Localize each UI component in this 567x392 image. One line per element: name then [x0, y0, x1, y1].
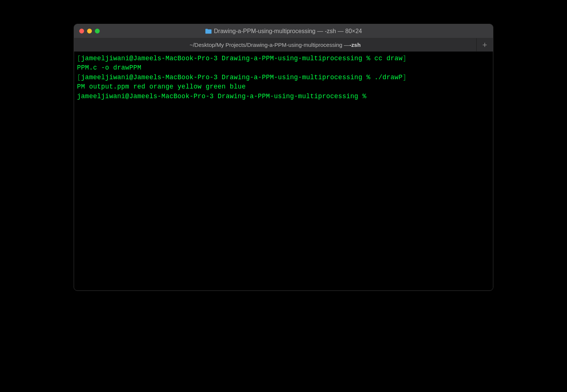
- title-bar[interactable]: Drawing-a-PPM-using-multiprocessing — -z…: [74, 24, 493, 38]
- terminal-line: PM output.ppm red orange yellow green bl…: [77, 82, 490, 91]
- minimize-button[interactable]: [87, 29, 92, 33]
- close-button[interactable]: [79, 29, 84, 33]
- terminal-window: Drawing-a-PPM-using-multiprocessing — -z…: [74, 24, 493, 291]
- traffic-lights: [79, 29, 100, 33]
- tab-bar: ~/Desktop/My Projects/Drawing-a-PPM-usin…: [74, 38, 493, 52]
- terminal-line: [jameeljiwani@Jameels-MacBook-Pro-3 Draw…: [77, 54, 490, 63]
- tab-shell: -zsh: [349, 42, 361, 48]
- terminal-line: jameeljiwani@Jameels-MacBook-Pro-3 Drawi…: [77, 92, 490, 101]
- tab-active[interactable]: ~/Desktop/My Projects/Drawing-a-PPM-usin…: [74, 38, 477, 51]
- new-tab-button[interactable]: +: [477, 38, 493, 51]
- tab-path: ~/Desktop/My Projects/Drawing-a-PPM-usin…: [190, 42, 350, 48]
- window-title: Drawing-a-PPM-using-multiprocessing — -z…: [205, 28, 362, 35]
- zoom-button[interactable]: [95, 29, 100, 33]
- terminal-line: PPM.c -o drawPPM: [77, 63, 490, 73]
- terminal-body[interactable]: [jameeljiwani@Jameels-MacBook-Pro-3 Draw…: [74, 52, 493, 290]
- plus-icon: +: [483, 40, 487, 50]
- terminal-line: [jameeljiwani@Jameels-MacBook-Pro-3 Draw…: [77, 73, 490, 82]
- folder-icon: [205, 29, 212, 34]
- window-title-text: Drawing-a-PPM-using-multiprocessing — -z…: [214, 28, 362, 35]
